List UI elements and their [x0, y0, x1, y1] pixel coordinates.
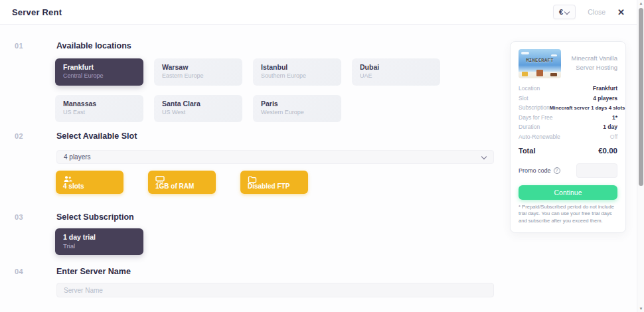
continue-button[interactable]: Continue: [519, 185, 617, 200]
section-number-04: 04: [15, 268, 23, 275]
location-region: Central Europe: [63, 72, 135, 79]
subscription-card-trial[interactable]: 1 day trial Trial: [55, 228, 143, 255]
location-name: Santa Clara: [162, 100, 234, 108]
location-card-istanbul[interactable]: Istanbul Southern Europe: [253, 58, 341, 86]
product-title: Minecraft Vanilla Server Hosting: [561, 54, 617, 72]
detail-label: Auto-Renewable: [519, 133, 560, 140]
location-region: Western Europe: [261, 109, 333, 116]
subscription-name: 1 day trial: [63, 233, 135, 241]
location-region: Eastern Europe: [162, 72, 234, 79]
location-card-dubai[interactable]: Dubai UAE: [352, 58, 440, 86]
section-number-03: 03: [15, 213, 23, 221]
cloud-shape: [551, 54, 557, 56]
detail-value: 1 day: [603, 123, 617, 130]
scroll-up-icon[interactable]: ▲: [637, 1, 644, 5]
server-name-title: Enter Server Name: [56, 267, 131, 276]
close-icon[interactable]: ✕: [617, 8, 625, 17]
trial-disclaimer: * Prepaid/Subscribed period do not inclu…: [519, 204, 617, 225]
promo-row: Promo code ?: [519, 163, 617, 178]
detail-row-duration: Duration 1 day: [519, 123, 617, 130]
detail-row-auto-renewable: Auto-Renewable Off: [519, 133, 617, 140]
topbar: Server Rent € Close ✕: [0, 0, 637, 25]
detail-value: Off: [610, 133, 617, 140]
location-card-santa-clara[interactable]: Santa Clara US West: [154, 95, 242, 122]
detail-row-slot: Slot 4 players: [519, 95, 617, 102]
location-name: Warsaw: [162, 63, 234, 71]
location-name: Manassas: [63, 100, 135, 108]
promo-label: Promo code: [519, 167, 551, 174]
total-label: Total: [519, 147, 535, 155]
location-card-frankfurt[interactable]: Frankfurt Central Europe: [55, 58, 143, 86]
scroll-down-icon[interactable]: ▼: [637, 307, 644, 311]
detail-label: Days for Free: [519, 114, 553, 121]
scrollbar-thumb[interactable]: [639, 8, 643, 186]
subscription-type: Trial: [63, 242, 135, 250]
location-region: US West: [162, 109, 234, 116]
badge-ram: 1GB of RAM: [148, 171, 216, 194]
detail-value: 4 players: [593, 95, 617, 102]
vertical-scrollbar[interactable]: ▲ ▼: [637, 0, 644, 312]
detail-value: Minecraft server 1 days 4 slots: [550, 105, 625, 111]
gold-block: [522, 72, 528, 76]
total-row: Total €0.00: [519, 147, 617, 155]
badge-slots: 4 slots: [56, 171, 123, 194]
location-card-paris[interactable]: Paris Western Europe: [253, 95, 341, 122]
location-card-manassas[interactable]: Manassas US East: [55, 95, 143, 122]
detail-row-location: Location Frankfurt: [519, 85, 617, 92]
badge-label: 4 slots: [63, 183, 116, 190]
location-name: Frankfurt: [63, 63, 135, 71]
location-name: Dubai: [360, 63, 432, 71]
order-summary-card: MINECRAFT Minecraft Vanilla Server Hosti…: [510, 41, 626, 233]
badge-ftp: Disabled FTP: [240, 171, 308, 194]
location-name: Istanbul: [261, 63, 333, 71]
order-details: Location Frankfurt Slot 4 players Subscr…: [519, 85, 617, 140]
minecraft-thumbnail: MINECRAFT: [519, 49, 561, 78]
slot-select-value: 4 players: [64, 153, 91, 161]
slot-title: Select Available Slot: [56, 131, 137, 141]
dirt-block: [550, 73, 557, 76]
crafting-table-block: [536, 70, 543, 76]
total-value: €0.00: [598, 147, 617, 155]
server-name-input[interactable]: [56, 283, 494, 297]
ram-icon: [155, 174, 208, 182]
location-name: Paris: [261, 100, 333, 108]
users-icon: [63, 174, 116, 182]
section-number-01: 01: [15, 42, 23, 50]
minecraft-logo-text: MINECRAFT: [519, 58, 561, 63]
help-icon[interactable]: ?: [554, 167, 560, 174]
slot-select[interactable]: 4 players: [56, 150, 494, 164]
detail-value: 1*: [612, 114, 617, 121]
locations-title: Available locations: [56, 41, 131, 50]
detail-label: Duration: [519, 123, 540, 130]
location-region: US East: [63, 109, 135, 116]
location-region: Southern Europe: [261, 72, 333, 79]
detail-label: Subscription: [519, 104, 550, 111]
detail-value: Frankfurt: [593, 85, 617, 92]
detail-label: Location: [519, 85, 540, 92]
location-region: UAE: [360, 72, 432, 79]
chevron-down-icon: [482, 155, 487, 159]
section-number-02: 02: [15, 132, 23, 140]
badge-label: 1GB of RAM: [155, 183, 208, 190]
location-card-warsaw[interactable]: Warsaw Eastern Europe: [154, 58, 242, 86]
badge-label: Disabled FTP: [248, 183, 301, 190]
close-label[interactable]: Close: [588, 8, 605, 16]
page-title: Server Rent: [12, 7, 62, 17]
promo-code-input[interactable]: [576, 163, 617, 178]
cloud-shape: [521, 52, 529, 54]
subscription-title: Select Subscription: [56, 212, 134, 222]
folder-icon: [248, 174, 301, 182]
detail-label: Slot: [519, 95, 528, 102]
currency-selector[interactable]: €: [553, 5, 576, 19]
detail-row-subscription: Subscription Minecraft server 1 days 4 s…: [519, 104, 617, 111]
detail-row-days-free: Days for Free 1*: [519, 114, 617, 121]
currency-value: €: [559, 8, 563, 16]
chevron-down-icon: [565, 10, 570, 15]
